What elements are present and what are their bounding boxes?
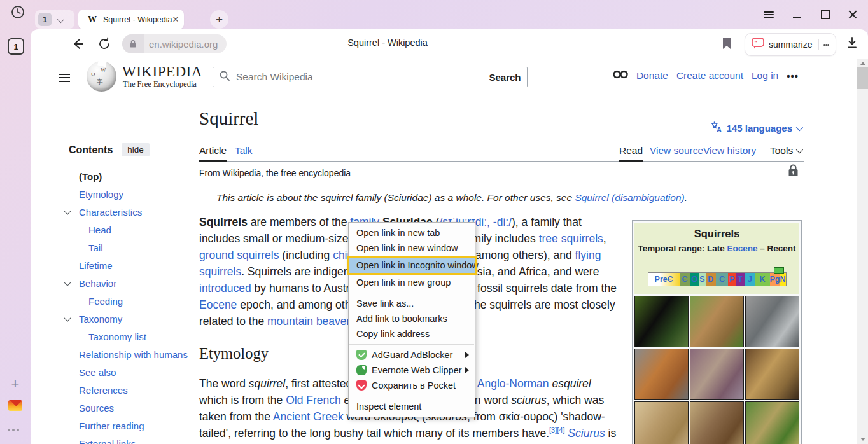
sidebar-tab-count-badge[interactable]: 1 [8,38,24,55]
toc-item[interactable]: Head [60,221,193,239]
address-bar[interactable]: en.wikipedia.org [122,34,227,53]
menu-item[interactable]: Сохранить в Pocket [349,378,475,393]
menu-item[interactable]: Open link in new window [349,240,475,256]
toc-item-label[interactable]: Sources [79,403,114,413]
geologic-timescale-bar[interactable]: PreЄЄOSDCPTJKPgN [648,272,787,286]
toc-item-label[interactable]: Tail [88,242,103,253]
tab-group-pill[interactable]: 1 [35,10,74,29]
wiki-link[interactable]: Sciurus [568,427,605,440]
toc-item[interactable]: Tail [60,239,193,256]
timescale-period-O[interactable]: O [690,273,699,286]
wiki-link[interactable]: introduced [199,282,251,295]
menu-item[interactable]: AdGuard AdBlocker [349,347,475,363]
timescale-period-C[interactable]: C [716,273,728,286]
rail-more-icon[interactable] [8,429,19,431]
timescale-period-J[interactable]: J [745,273,755,286]
prairie-dogs-photo[interactable] [745,401,799,444]
wiki-link[interactable]: Ancient Greek [273,410,344,423]
toc-item[interactable]: Characteristics [60,203,193,221]
wiki-link[interactable]: Eocene [199,298,237,311]
toc-item[interactable]: Behavior [60,274,193,292]
toc-item-label[interactable]: Behavior [79,278,116,289]
search-input[interactable] [235,71,483,83]
tab-read[interactable]: Read [619,145,643,162]
marmots-photo[interactable] [690,401,744,444]
tab-view-history[interactable]: View history [703,145,756,156]
standing-ground-squirrels-photo[interactable] [634,401,689,444]
menu-item[interactable]: Save link as... [349,296,475,311]
menu-item[interactable]: Copy link address [349,326,475,342]
reference-link[interactable]: [3][4] [549,426,564,434]
tab-article[interactable]: Article [199,145,227,162]
toc-item-label[interactable]: External links [79,438,136,444]
create-account-link[interactable]: Create account [676,70,743,81]
download-icon[interactable] [846,36,858,52]
toc-item-label[interactable]: Further reading [79,420,144,431]
log-in-link[interactable]: Log in [752,70,778,81]
wiki-link[interactable]: Anglo-Norman [477,377,549,390]
browser-tab[interactable]: W Squirrel - Wikipedia ✕ [78,10,184,29]
timescale-period-D[interactable]: D [706,273,716,286]
lock-icon[interactable] [122,34,144,53]
toc-item[interactable]: Further reading [60,417,193,434]
donate-link[interactable]: Donate [636,70,668,81]
toc-item-label[interactable]: See also [79,367,116,378]
summarize-button[interactable]: “ summarize [745,33,836,56]
toc-item-label[interactable]: Etymology [79,189,123,200]
wiki-link[interactable]: tree squirrels [539,232,603,245]
minimize-button[interactable] [789,7,804,22]
timescale-period-S[interactable]: S [699,273,706,286]
toc-item[interactable]: Sources [60,399,193,417]
fox-squirrel-photo[interactable] [634,349,689,400]
maximize-button[interactable] [818,7,833,22]
toc-item-label[interactable]: Characteristics [79,207,142,218]
menu-item[interactable]: Open link in new group [349,275,475,290]
tab-talk[interactable]: Talk [235,145,253,156]
scroll-down-arrow[interactable] [857,434,868,444]
golden-ground-squirrel-photo[interactable] [745,349,799,400]
chevron-down-icon[interactable] [64,207,71,214]
menu-item[interactable]: Open link in new tab [349,225,475,240]
wiki-link[interactable]: Eocene [727,244,757,253]
menu-item[interactable]: Add link to bookmarks [349,311,475,326]
rail-add-button[interactable]: + [8,377,23,392]
timescale-period-N[interactable]: N [780,273,785,286]
toc-item-label[interactable]: Head [88,225,111,235]
toc-item[interactable]: Relationship with humans [60,345,193,363]
search-button[interactable]: Search [483,67,528,87]
toc-hide-button[interactable]: hide [122,143,150,156]
wiki-hamburger-icon[interactable] [59,71,74,84]
chevron-down-icon[interactable] [64,279,71,286]
toc-item-label[interactable]: Taxonomy list [88,331,146,342]
gray-squirrel-photo[interactable] [745,296,799,347]
timescale-period-P[interactable]: P [728,273,736,286]
timescale-period-Є[interactable]: Є [680,273,690,286]
chipmunk-photo[interactable] [690,296,744,347]
history-clock-icon[interactable] [10,4,25,20]
page-protection-lock-icon[interactable] [788,164,799,181]
wiki-search-box[interactable] [213,67,484,87]
tab-view-source[interactable]: View source [650,145,703,156]
wiki-link[interactable]: Old French [286,394,341,406]
toc-item[interactable]: Taxonomy list [60,328,193,345]
menu-item[interactable]: Open link in Incognito window [349,258,475,273]
wikipedia-wordmark[interactable]: WIKIPEDIA [122,64,202,80]
new-tab-button[interactable]: + [210,10,228,29]
back-button[interactable] [70,36,85,52]
rock-squirrel-photo[interactable] [690,349,744,400]
toc-item[interactable]: References [60,381,193,399]
toc-item[interactable]: Lifetime [60,256,193,274]
more-options-icon[interactable]: ••• [787,71,799,81]
scrollbar-thumb[interactable] [857,67,868,89]
toc-item-label[interactable]: Feeding [88,296,123,307]
wiki-link[interactable]: Squirrel (disambiguation) [575,192,684,203]
squirrel-photo-collage[interactable] [634,296,799,444]
menu-item[interactable]: Evernote Web Clipper [349,363,475,378]
toc-item-label[interactable]: Lifetime [79,260,113,271]
chevron-down-icon[interactable] [64,314,71,321]
toc-item[interactable]: Etymology [60,185,193,203]
menu-item[interactable]: Inspect element [349,399,475,414]
close-window-button[interactable] [845,7,860,22]
timescale-period-K[interactable]: K [755,273,770,286]
kebab-menu-icon[interactable] [819,43,833,46]
